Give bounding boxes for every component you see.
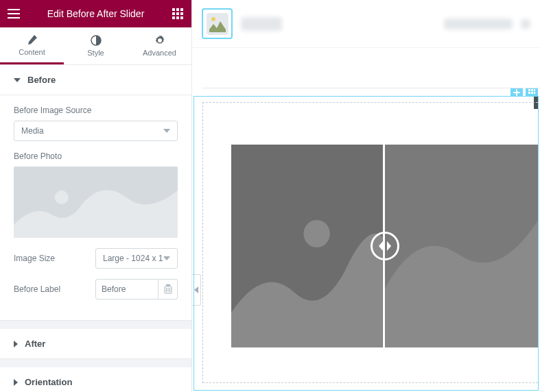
svg-rect-23 [531, 92, 533, 94]
svg-rect-24 [534, 92, 535, 94]
image-size-label: Image Size [14, 254, 55, 263]
chevron-down-icon [163, 129, 170, 133]
section-after-header[interactable]: After [0, 329, 191, 358]
reset-button[interactable] [159, 279, 178, 299]
svg-rect-2 [180, 8, 183, 11]
caret-right-icon [14, 341, 18, 347]
section-after: After [0, 329, 191, 359]
select-value: Media [21, 126, 44, 136]
pencil-icon [27, 34, 38, 45]
svg-rect-21 [534, 89, 535, 91]
spacer [0, 359, 191, 367]
section-before-header[interactable]: Before [0, 65, 191, 95]
before-photo-preview[interactable] [14, 167, 178, 238]
sidebar-header: Edit Before After Slider [0, 0, 191, 27]
before-photo-label: Before Photo [14, 151, 178, 161]
section-orientation-header[interactable]: Orientation [0, 367, 191, 392]
svg-rect-16 [166, 284, 170, 286]
tab-label: Style [87, 49, 104, 57]
image-size-select[interactable]: Large - 1024 x 10 [95, 248, 178, 269]
section-grid-button[interactable] [526, 88, 538, 97]
section-orientation: Orientation [0, 367, 191, 392]
svg-rect-22 [528, 92, 530, 94]
editor-sidebar: Edit Before After Slider Content Style [0, 0, 192, 392]
gear-icon [154, 35, 165, 46]
svg-rect-15 [169, 288, 170, 292]
menu-icon[interactable] [5, 5, 22, 22]
caret-down-icon [14, 78, 21, 82]
caret-right-icon [14, 379, 18, 386]
preview-area [192, 0, 540, 392]
tab-style[interactable]: Style [64, 27, 128, 64]
section-title: After [25, 339, 45, 349]
svg-rect-0 [172, 8, 175, 11]
section-before: Before Before Image Source Media Before … [0, 65, 191, 321]
divider [202, 88, 540, 88]
sections: Before Before Image Source Media Before … [0, 65, 191, 392]
slider-drag-handle[interactable] [371, 232, 399, 260]
tab-label: Advanced [143, 49, 176, 57]
svg-rect-3 [172, 12, 175, 15]
before-source-label: Before Image Source [14, 106, 178, 115]
before-label-input[interactable] [95, 279, 159, 299]
svg-rect-7 [176, 16, 179, 19]
select-value: Large - 1024 x 10 [103, 254, 163, 263]
section-title: Orientation [25, 377, 72, 387]
reset-icon [164, 284, 172, 294]
blurred-icon [521, 19, 530, 29]
section-before-body: Before Image Source Media Before Photo [0, 95, 191, 320]
tab-advanced[interactable]: Advanced [128, 27, 191, 64]
before-source-select[interactable]: Media [14, 121, 178, 141]
svg-rect-1 [176, 8, 179, 11]
widget-thumbnail[interactable] [202, 8, 233, 39]
blurred-title [241, 17, 282, 31]
tab-label: Content [19, 48, 45, 56]
add-section-button[interactable] [510, 88, 523, 97]
contrast-icon [91, 35, 102, 46]
svg-rect-20 [531, 89, 533, 91]
svg-rect-6 [172, 16, 175, 19]
svg-point-11 [55, 191, 69, 204]
tabs: Content Style Advanced [0, 27, 191, 65]
tab-content[interactable]: Content [0, 27, 64, 64]
before-after-slider-widget[interactable] [231, 145, 538, 347]
spacer [0, 321, 191, 329]
canvas-selection [193, 96, 539, 391]
svg-rect-19 [528, 89, 530, 91]
svg-rect-5 [180, 12, 183, 15]
before-label-label: Before Label [14, 284, 60, 294]
svg-rect-4 [176, 12, 179, 15]
blurred-meta [444, 19, 513, 29]
svg-rect-13 [166, 288, 167, 292]
preview-topbar [192, 0, 540, 48]
section-title: Before [27, 75, 56, 85]
svg-point-27 [303, 220, 329, 247]
plus-icon [513, 89, 520, 96]
grid-icon [528, 89, 535, 96]
before-image [231, 145, 385, 347]
svg-rect-8 [180, 16, 183, 19]
after-image [385, 145, 539, 347]
apps-icon[interactable] [169, 5, 186, 22]
svg-point-18 [211, 17, 215, 21]
panel-title: Edit Before After Slider [22, 8, 169, 19]
chevron-down-icon [163, 256, 170, 260]
svg-rect-14 [167, 288, 168, 292]
